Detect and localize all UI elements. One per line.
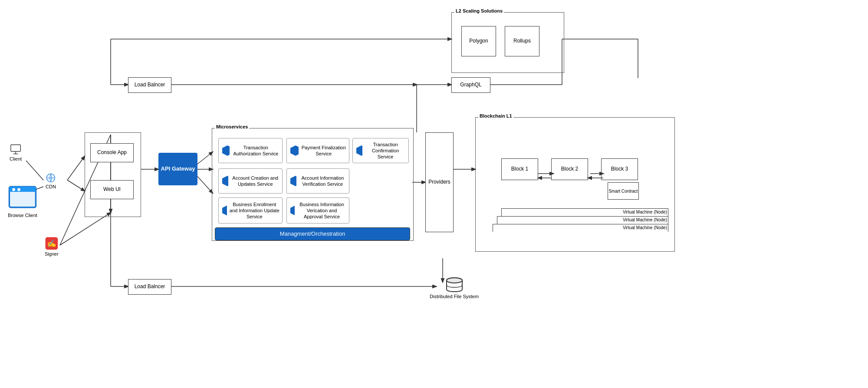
- svg-rect-27: [11, 145, 21, 151]
- vm1-bar: Virtual Machine (Node): [501, 208, 668, 216]
- payment-finalization-service: Payment Finalization Service: [286, 138, 349, 163]
- mgmt-orchestration-bar: Managment/Orchestration: [215, 227, 410, 240]
- business-enrollment-service: Business Enrollment and Information Upda…: [218, 197, 283, 224]
- blockchain-label: Blockchain L1: [478, 113, 513, 118]
- cdn-icon: CDN: [46, 173, 56, 189]
- distributed-fs-icon: Distributed File System: [430, 277, 479, 299]
- console-app-box: Console App: [90, 143, 134, 162]
- svg-marker-42: [290, 176, 296, 186]
- svg-point-33: [17, 188, 20, 191]
- svg-point-32: [12, 188, 15, 191]
- svg-marker-40: [356, 145, 362, 156]
- svg-marker-39: [290, 145, 299, 156]
- load-balancer-top: Load Balncer: [128, 77, 171, 93]
- svg-line-11: [67, 156, 85, 180]
- web-ui-box: Web UI: [90, 180, 134, 199]
- vm3-bar: Virtual Machine (Node): [493, 224, 668, 232]
- svg-text:✍: ✍: [47, 239, 56, 248]
- block2-box: Block 2: [551, 158, 588, 180]
- browser-client-icon: Browse Client: [8, 182, 37, 218]
- business-information-service: Business Information Verication and Appr…: [286, 197, 349, 224]
- load-balancer-bottom: Load Balncer: [128, 279, 171, 295]
- block3-box: Block 3: [601, 158, 638, 180]
- vm2-bar: Virtual Machine (Node): [497, 216, 668, 224]
- svg-marker-41: [222, 176, 228, 186]
- svg-marker-43: [222, 205, 227, 216]
- signer-icon: ✍ Signer: [45, 237, 59, 256]
- transaction-confirmation-service: Transaction Confirmation Service: [352, 138, 409, 163]
- svg-line-12: [67, 180, 85, 191]
- svg-marker-44: [290, 205, 295, 216]
- graphql-box: GraphQL: [451, 77, 490, 93]
- microservices-label: Microservices: [215, 124, 249, 129]
- svg-point-50: [447, 278, 462, 283]
- svg-marker-38: [222, 145, 230, 156]
- rollups-box: Rollups: [505, 26, 539, 56]
- account-information-service: Account Information Verification Service: [286, 168, 349, 194]
- transaction-auth-service: Transaction Authorization Service: [218, 138, 283, 163]
- client-icon: Client: [10, 143, 22, 161]
- smart-contract-box: Smart Contract: [608, 182, 639, 200]
- account-creation-service: Account Creation and Updates Service: [218, 168, 283, 194]
- svg-line-20: [60, 213, 111, 245]
- architecture-diagram: L2 Scaling Solutions Polygon Rollups Gra…: [0, 0, 868, 388]
- svg-line-10: [26, 161, 43, 180]
- polygon-box: Polygon: [461, 26, 496, 56]
- api-gateway-box: API Gateway: [158, 153, 197, 185]
- providers-box: Providers: [425, 132, 454, 232]
- l2-scaling-label: L2 Scaling Solutions: [454, 8, 504, 13]
- block1-box: Block 1: [501, 158, 538, 180]
